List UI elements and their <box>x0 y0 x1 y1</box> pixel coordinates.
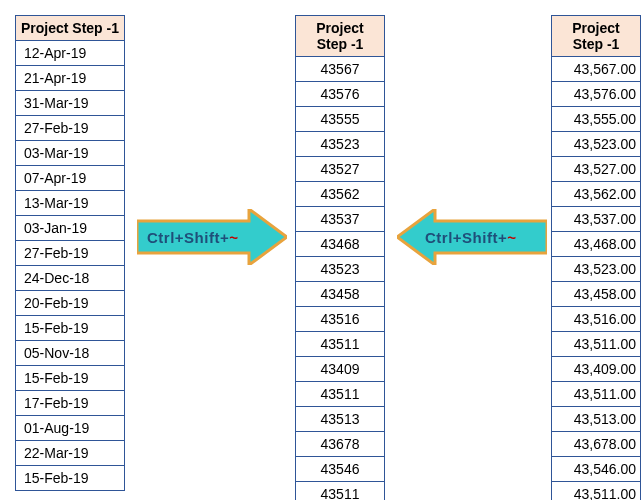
header-formatted: Project Step -1 <box>552 16 641 57</box>
table-row: 43,511.00 <box>552 382 641 407</box>
table-row: 43,513.00 <box>552 407 641 432</box>
shortcut-label-right: Ctrl+Shift+~ <box>137 209 287 265</box>
table-row: 43562 <box>296 182 385 207</box>
shortcut-text: Ctrl+Shift+ <box>425 229 507 246</box>
table-row: 43,516.00 <box>552 307 641 332</box>
table-row: 07-Apr-19 <box>16 166 125 191</box>
table-row: 15-Feb-19 <box>16 316 125 341</box>
table-row: 15-Feb-19 <box>16 366 125 391</box>
table-row: 31-Mar-19 <box>16 91 125 116</box>
table-row: 27-Feb-19 <box>16 116 125 141</box>
table-row: 03-Jan-19 <box>16 216 125 241</box>
header-dates: Project Step -1 <box>16 16 125 41</box>
table-row: 43,511.00 <box>552 482 641 501</box>
table-row: 20-Feb-19 <box>16 291 125 316</box>
table-formatted: Project Step -1 43,567.00 43,576.00 43,5… <box>551 15 641 500</box>
table-row: 43409 <box>296 357 385 382</box>
column-serials: Project Step -1 43567 43576 43555 43523 … <box>295 15 385 500</box>
table-row: 43,576.00 <box>552 82 641 107</box>
table-row: 43523 <box>296 257 385 282</box>
table-row: 43,537.00 <box>552 207 641 232</box>
table-row: 43,527.00 <box>552 157 641 182</box>
table-row: 43576 <box>296 82 385 107</box>
table-dates: Project Step -1 12-Apr-19 21-Apr-19 31-M… <box>15 15 125 491</box>
diagram-stage: Project Step -1 12-Apr-19 21-Apr-19 31-M… <box>15 15 626 485</box>
table-row: 43,468.00 <box>552 232 641 257</box>
table-row: 43511 <box>296 332 385 357</box>
table-serials: Project Step -1 43567 43576 43555 43523 … <box>295 15 385 500</box>
table-row: 27-Feb-19 <box>16 241 125 266</box>
table-row: 12-Apr-19 <box>16 41 125 66</box>
shortcut-label-left: Ctrl+Shift+~ <box>397 209 547 265</box>
table-row: 43,523.00 <box>552 257 641 282</box>
arrow-right-icon: Ctrl+Shift+~ <box>137 209 287 265</box>
table-row: 43555 <box>296 107 385 132</box>
table-row: 43,523.00 <box>552 132 641 157</box>
header-serials: Project Step -1 <box>296 16 385 57</box>
table-row: 43,678.00 <box>552 432 641 457</box>
table-row: 43458 <box>296 282 385 307</box>
table-row: 24-Dec-18 <box>16 266 125 291</box>
table-row: 05-Nov-18 <box>16 341 125 366</box>
arrow-left-icon: Ctrl+Shift+~ <box>397 209 547 265</box>
table-row: 43,555.00 <box>552 107 641 132</box>
table-row: 43516 <box>296 307 385 332</box>
table-row: 43,546.00 <box>552 457 641 482</box>
table-row: 22-Mar-19 <box>16 441 125 466</box>
table-row: 01-Aug-19 <box>16 416 125 441</box>
table-row: 43511 <box>296 482 385 501</box>
table-row: 43527 <box>296 157 385 182</box>
table-row: 43523 <box>296 132 385 157</box>
table-row: 43678 <box>296 432 385 457</box>
table-row: 43,562.00 <box>552 182 641 207</box>
table-row: 17-Feb-19 <box>16 391 125 416</box>
table-row: 43546 <box>296 457 385 482</box>
table-row: 43511 <box>296 382 385 407</box>
table-row: 43513 <box>296 407 385 432</box>
table-row: 43,458.00 <box>552 282 641 307</box>
column-dates: Project Step -1 12-Apr-19 21-Apr-19 31-M… <box>15 15 125 491</box>
table-row: 21-Apr-19 <box>16 66 125 91</box>
table-row: 43468 <box>296 232 385 257</box>
table-row: 15-Feb-19 <box>16 466 125 491</box>
table-row: 13-Mar-19 <box>16 191 125 216</box>
table-row: 03-Mar-19 <box>16 141 125 166</box>
table-row: 43,409.00 <box>552 357 641 382</box>
tilde-icon: ~ <box>507 229 516 246</box>
tilde-icon: ~ <box>229 229 238 246</box>
table-row: 43,511.00 <box>552 332 641 357</box>
table-row: 43,567.00 <box>552 57 641 82</box>
table-row: 43537 <box>296 207 385 232</box>
table-row: 43567 <box>296 57 385 82</box>
column-formatted: Project Step -1 43,567.00 43,576.00 43,5… <box>551 15 641 500</box>
shortcut-text: Ctrl+Shift+ <box>147 229 229 246</box>
